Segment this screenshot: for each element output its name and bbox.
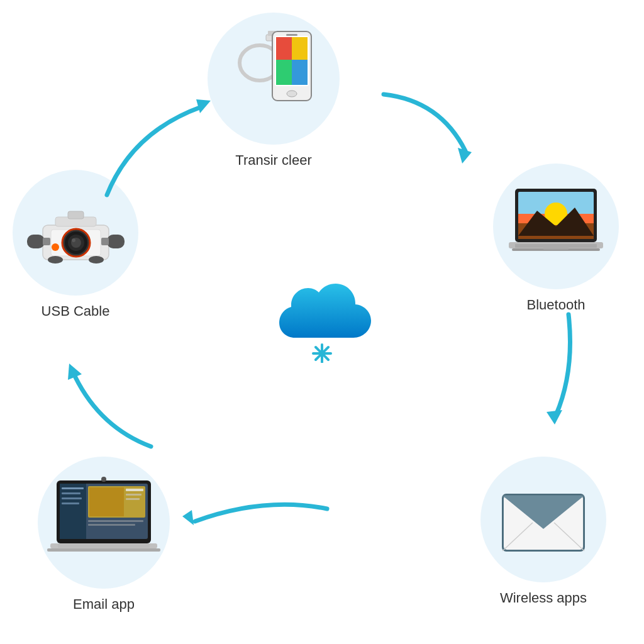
svg-rect-61 xyxy=(43,238,50,245)
node-wireless-apps: Wireless apps xyxy=(480,457,606,606)
diagram-container: Transir cleer xyxy=(0,0,644,644)
svg-rect-49 xyxy=(58,544,150,548)
svg-rect-46 xyxy=(62,502,79,504)
svg-rect-15 xyxy=(286,34,297,36)
svg-rect-60 xyxy=(107,235,125,248)
svg-rect-12 xyxy=(276,60,292,85)
label-wireless-apps: Wireless apps xyxy=(500,590,587,606)
svg-point-57 xyxy=(72,238,75,242)
circle-bluetooth xyxy=(493,164,619,289)
svg-point-14 xyxy=(287,91,297,97)
svg-rect-40 xyxy=(126,498,140,500)
svg-rect-41 xyxy=(88,520,143,522)
svg-point-50 xyxy=(101,477,106,482)
svg-rect-37 xyxy=(89,487,124,516)
label-email-app: Email app xyxy=(73,596,135,613)
svg-rect-44 xyxy=(62,492,80,494)
svg-rect-59 xyxy=(27,235,45,248)
svg-point-66 xyxy=(48,256,63,264)
svg-marker-70 xyxy=(182,510,194,525)
svg-rect-64 xyxy=(68,211,84,219)
node-email-app: Email app xyxy=(38,457,170,613)
svg-marker-68 xyxy=(458,148,472,164)
label-usb-cable: USB Cable xyxy=(42,303,110,319)
svg-rect-43 xyxy=(62,487,84,489)
node-bluetooth: Bluetooth xyxy=(493,164,619,313)
svg-point-65 xyxy=(52,243,59,251)
label-transir-cleer: Transir cleer xyxy=(235,152,311,169)
svg-rect-48 xyxy=(47,548,160,552)
circle-wireless-apps xyxy=(480,457,606,582)
svg-rect-38 xyxy=(126,489,143,491)
svg-rect-62 xyxy=(101,238,109,245)
svg-rect-39 xyxy=(126,494,142,496)
svg-rect-13 xyxy=(292,60,308,85)
svg-rect-11 xyxy=(292,37,308,60)
svg-marker-69 xyxy=(547,410,562,425)
svg-rect-10 xyxy=(276,37,292,60)
svg-point-67 xyxy=(89,256,104,264)
svg-rect-42 xyxy=(88,524,135,526)
circle-email-app xyxy=(38,457,170,589)
svg-rect-25 xyxy=(543,247,569,250)
svg-marker-72 xyxy=(196,99,211,113)
svg-rect-34 xyxy=(60,484,86,539)
center-cloud xyxy=(265,281,379,363)
svg-rect-45 xyxy=(62,497,82,499)
